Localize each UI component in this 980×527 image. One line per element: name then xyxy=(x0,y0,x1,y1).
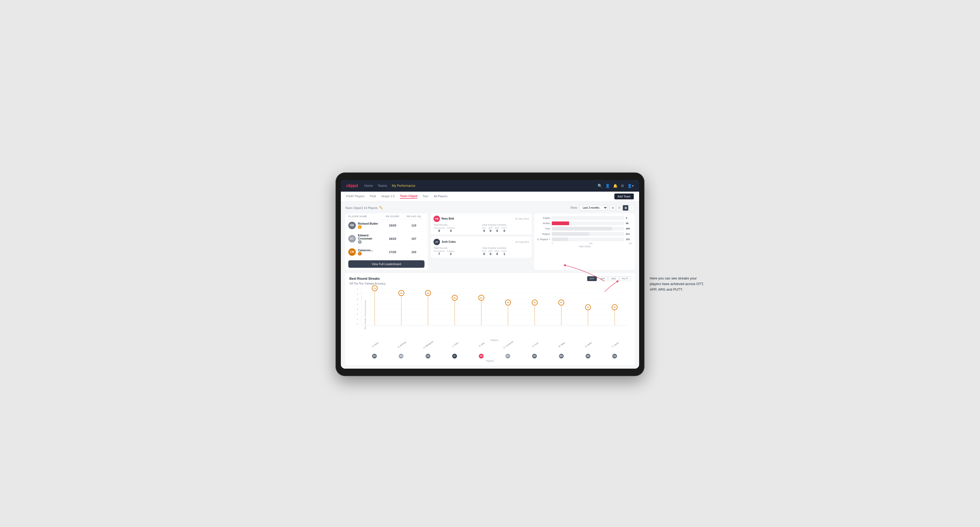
activities-stat-row: OTT 0 APP 0 xyxy=(482,227,529,232)
x-axis-label: Players xyxy=(361,339,628,341)
player-avatar-bottom: EC xyxy=(506,354,510,359)
total-rounds-group: Total Rounds Tournament 7 Practice xyxy=(434,247,480,256)
pc-date: 26 Aug 2023 xyxy=(515,241,529,243)
rank-badge-silver: 2 xyxy=(358,240,362,244)
streaks-chart-container: Best Streak, Fairway Accuracy 7 6 5 4 3 … xyxy=(349,288,631,341)
tournament-stat: Tournament 8 xyxy=(434,227,445,232)
x-tick-200: 200 xyxy=(589,242,593,244)
player-name-label: B. McHerg xyxy=(397,341,408,351)
main-content: Team Clippd | 14 Players ✏️ Show Last 3 … xyxy=(341,202,639,368)
period-select[interactable]: Last 3 months Last 6 months Last 12 mont… xyxy=(579,205,608,211)
practice-stat: Practice 2 xyxy=(447,250,455,256)
rounds-stat-row: Tournament 8 Practice 4 xyxy=(434,227,480,232)
svg-text:7x: 7x xyxy=(374,287,376,289)
nav-home[interactable]: Home xyxy=(364,184,373,187)
bell-icon[interactable]: 🔔 xyxy=(613,184,617,188)
search-icon[interactable]: 🔍 xyxy=(598,184,602,188)
putt-stat: PUTT 1 xyxy=(501,250,507,256)
player-name-label: M. Miller xyxy=(558,341,568,350)
tournament-stat: Tournament 7 xyxy=(434,250,445,256)
table-row[interactable]: RB Richard Butler 1 19/20 110 xyxy=(345,220,428,232)
rank-badge-bronze: 3 xyxy=(358,252,362,256)
streaks-filter: OTT APP ARG PUTT xyxy=(587,276,631,281)
player-info: EC Edward Crossman 2 xyxy=(348,234,382,244)
subnav-team-clippd[interactable]: Team Clippd xyxy=(400,194,417,198)
card-view-icon[interactable]: ▦ xyxy=(623,205,628,211)
player-avatar-bottom: JC xyxy=(452,354,457,359)
filter-ott[interactable]: OTT xyxy=(587,276,597,281)
y-tick: 2 xyxy=(357,313,358,316)
pc-title: Josh Coles xyxy=(442,240,456,243)
pc-title: Rees Britt xyxy=(442,217,454,220)
app-stat: APP 0 xyxy=(488,250,493,256)
view-full-leaderboard-button[interactable]: View Full Leaderboard xyxy=(348,260,425,268)
bar-fill xyxy=(552,216,552,220)
player-avatar-bottom: DB xyxy=(426,354,430,359)
filter-app[interactable]: APP xyxy=(598,276,608,281)
svg-text:4x: 4x xyxy=(533,301,536,304)
bar-label-birdies: Birdies xyxy=(537,222,550,225)
bar-value-dbogeys: 131 xyxy=(626,238,632,241)
player-name-label: J. Coles xyxy=(452,341,461,350)
pc-header: JC Josh Coles 26 Aug 2023 xyxy=(434,239,529,245)
sub-nav: PGAT Players PGA Hcaps 1-5 Team Clippd T… xyxy=(341,192,639,202)
subnav-pga[interactable]: PGA xyxy=(370,195,376,198)
y-tick: 5 xyxy=(357,298,358,300)
add-team-button[interactable]: Add Team xyxy=(614,194,634,199)
edit-icon[interactable]: ✏️ xyxy=(379,206,383,210)
nav-my-performance[interactable]: My Performance xyxy=(392,184,415,187)
pc-stats: Total Rounds Tournament 7 Practice xyxy=(434,247,529,256)
subnav-hcaps[interactable]: Hcaps 1-5 xyxy=(381,195,395,198)
bar-track xyxy=(552,227,624,230)
bar-chart: Eagles 3 Birdies xyxy=(537,216,632,241)
avatar: EC xyxy=(348,235,356,243)
pc-player-name: RB Rees Britt xyxy=(434,216,454,222)
total-rounds-label: Total Rounds xyxy=(434,224,480,226)
player-info: RB Richard Butler 1 xyxy=(348,222,382,229)
two-col-layout: PLAYER NAME PB SCORE PB AVG SQ RB Richar… xyxy=(345,213,635,270)
players-x-label: Players xyxy=(349,360,631,362)
settings-icon[interactable]: ⚙ xyxy=(621,184,624,188)
table-row[interactable]: EC Edward Crossman 2 18/20 107 xyxy=(345,232,428,246)
subnav-all-players[interactable]: All Players xyxy=(434,195,448,198)
bar-row-bogeys: Bogeys 311 xyxy=(537,232,632,236)
player-avatar-bottom: BM xyxy=(399,354,403,359)
filter-arg[interactable]: ARG xyxy=(609,276,619,281)
bar-label-pars: Pars xyxy=(537,227,550,230)
subnav-tour[interactable]: Tour xyxy=(423,195,428,198)
bar-row-pars: Pars 499 xyxy=(537,227,632,230)
bar-value-birdies: 96 xyxy=(626,222,632,225)
detail-view-icon[interactable]: ↕ xyxy=(629,205,635,211)
bar-track xyxy=(552,216,624,220)
avatar: RB xyxy=(348,222,356,229)
nav-teams[interactable]: Teams xyxy=(378,184,387,187)
bar-fill xyxy=(552,227,612,230)
table-row[interactable]: CM Cameron... 3 17/20 103 xyxy=(345,246,428,258)
chart-x-axis: 0 200 400 xyxy=(537,242,632,244)
filter-putt[interactable]: PUTT xyxy=(620,276,631,281)
y-tick: 3 xyxy=(357,308,358,310)
bar-row-birdies: Birdies 96 xyxy=(537,221,632,225)
bar-value-bogeys: 311 xyxy=(626,233,632,235)
chart-area: 7x6x6x5x5x4x4x4x3x3x xyxy=(361,288,628,325)
annotation-text: Here you can see streaks your players ha… xyxy=(650,276,708,292)
practice-activities-label: Total Practice Activities xyxy=(482,247,529,249)
rank-badge-gold: 1 xyxy=(358,225,362,229)
player-name: Cameron... xyxy=(358,249,373,252)
streaks-title: Best Round Streaks xyxy=(349,277,380,281)
putt-stat: PUTT 0 xyxy=(501,227,507,232)
col-pb-avg: PB AVG SQ xyxy=(403,215,425,218)
svg-text:3x: 3x xyxy=(613,306,616,308)
subnav-pgat[interactable]: PGAT Players xyxy=(346,195,364,198)
svg-text:4x: 4x xyxy=(560,301,562,304)
player-avatar-bottom: RB xyxy=(585,354,590,359)
bar-track xyxy=(552,232,624,236)
list-view-icon[interactable]: ☰ xyxy=(616,205,622,211)
profile-icon[interactable]: 👤▾ xyxy=(627,184,634,188)
pc-header: RB Rees Britt 02 Sep 2023 xyxy=(434,216,529,222)
show-controls: Show Last 3 months Last 6 months Last 12… xyxy=(570,205,635,211)
grid-view-icon[interactable]: ⊞ xyxy=(610,205,616,211)
arg-stat: ARG 0 xyxy=(495,227,499,232)
user-icon[interactable]: 👤 xyxy=(605,184,610,188)
bar-label-eagles: Eagles xyxy=(537,217,550,219)
